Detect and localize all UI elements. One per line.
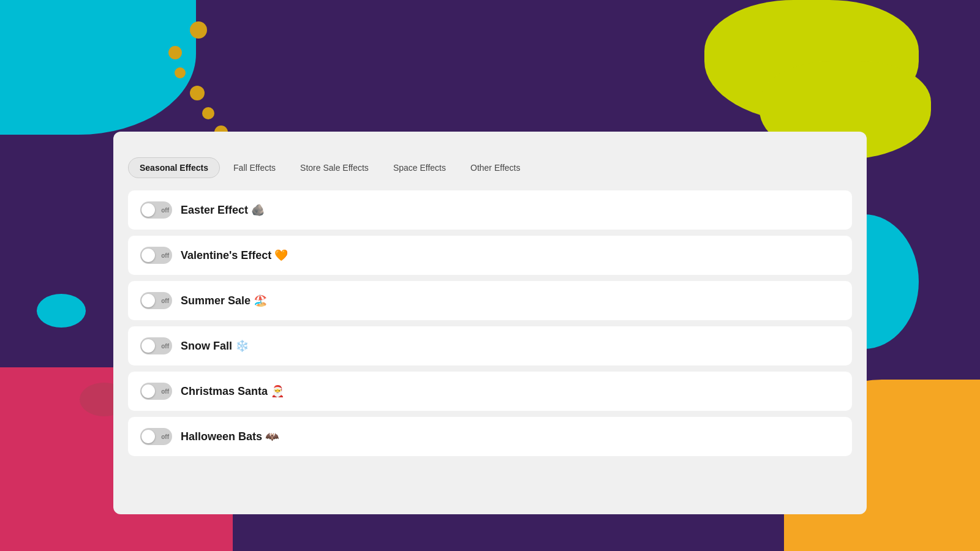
effect-row-halloween-bats: offHalloween Bats 🦇: [128, 417, 852, 456]
effect-row-snow-fall: offSnow Fall ❄️: [128, 326, 852, 365]
effect-row-christmas-santa: offChristmas Santa 🎅: [128, 372, 852, 411]
toggle-halloween-bats[interactable]: off: [140, 428, 172, 445]
tab-seasonal[interactable]: Seasonal Effects: [128, 157, 220, 178]
effect-row-easter: offEaster Effect 🪨: [128, 190, 852, 230]
tab-store-sale[interactable]: Store Sale Effects: [289, 158, 380, 178]
tab-fall[interactable]: Fall Effects: [222, 158, 287, 178]
effect-label-snow-fall: Snow Fall ❄️: [181, 339, 249, 353]
effects-list: offEaster Effect 🪨offValentine's Effect …: [128, 190, 852, 456]
toggle-christmas-santa[interactable]: off: [140, 383, 172, 400]
header: [0, 0, 980, 141]
toggle-snow-fall[interactable]: off: [140, 337, 172, 354]
effect-row-valentines: offValentine's Effect 🧡: [128, 236, 852, 275]
tabs-container: Seasonal EffectsFall EffectsStore Sale E…: [128, 157, 852, 178]
effect-label-easter: Easter Effect 🪨: [181, 203, 265, 217]
toggle-easter[interactable]: off: [140, 201, 172, 219]
effect-label-christmas-santa: Christmas Santa 🎅: [181, 384, 284, 398]
effect-label-summer-sale: Summer Sale 🏖️: [181, 294, 267, 307]
effect-label-valentines: Valentine's Effect 🧡: [181, 249, 288, 262]
effect-row-summer-sale: offSummer Sale 🏖️: [128, 281, 852, 320]
toggle-summer-sale[interactable]: off: [140, 292, 172, 309]
tab-space[interactable]: Space Effects: [382, 158, 457, 178]
tab-other[interactable]: Other Effects: [459, 158, 531, 178]
effect-label-halloween-bats: Halloween Bats 🦇: [181, 430, 279, 443]
toggle-valentines[interactable]: off: [140, 247, 172, 264]
dashboard-panel: Seasonal EffectsFall EffectsStore Sale E…: [113, 132, 867, 514]
